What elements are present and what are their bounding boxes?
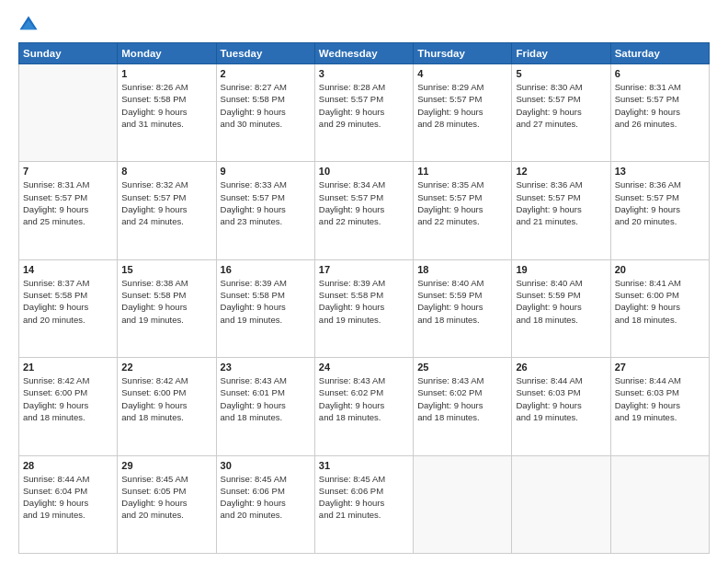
cell-info-line: and 18 minutes. [615,314,705,326]
day-number: 9 [221,166,311,177]
week-row-3: 21Sunrise: 8:42 AMSunset: 6:00 PMDayligh… [19,358,710,455]
calendar-cell: 11Sunrise: 8:35 AMSunset: 5:57 PMDayligh… [414,162,512,259]
calendar-cell: 29Sunrise: 8:45 AMSunset: 6:05 PMDayligh… [118,455,216,553]
cell-info-line: Sunrise: 8:34 AM [319,178,409,190]
day-header-thursday: Thursday [414,43,512,64]
header [18,15,710,35]
cell-info-line: Sunset: 5:57 PM [615,191,705,203]
cell-info-line: Daylight: 9 hours [417,301,507,313]
day-number: 3 [319,68,409,79]
cell-info-line: and 19 minutes. [221,314,311,326]
cell-info-line: Sunrise: 8:39 AM [221,277,311,289]
day-number: 22 [121,362,211,373]
cell-info-line: Sunset: 5:58 PM [221,289,311,301]
cell-info-line: Daylight: 9 hours [516,203,606,215]
cell-info-line: Sunrise: 8:31 AM [615,81,705,93]
day-number: 4 [417,68,507,79]
cell-info-line: Daylight: 9 hours [417,399,507,411]
cell-info-line: Sunset: 5:57 PM [23,191,113,203]
day-header-wednesday: Wednesday [314,43,413,64]
cell-info-line: Sunrise: 8:44 AM [516,374,606,386]
calendar-cell: 15Sunrise: 8:38 AMSunset: 5:58 PMDayligh… [118,259,216,357]
cell-info-line: Sunrise: 8:44 AM [23,473,113,485]
day-number: 15 [121,264,211,275]
cell-info-line: Sunset: 5:59 PM [417,289,507,301]
calendar-cell: 16Sunrise: 8:39 AMSunset: 5:58 PMDayligh… [216,259,314,357]
day-number: 8 [121,166,211,177]
cell-info-line: Sunrise: 8:43 AM [417,374,507,386]
cell-info-line: and 29 minutes. [319,118,409,130]
day-number: 27 [615,362,705,373]
cell-info-line: and 18 minutes. [516,314,606,326]
calendar-header-row: SundayMondayTuesdayWednesdayThursdayFrid… [19,43,710,64]
cell-info-line: Daylight: 9 hours [23,399,113,411]
cell-info-line: and 18 minutes. [23,411,113,423]
cell-info-line: Daylight: 9 hours [319,497,409,509]
cell-info-line: Daylight: 9 hours [221,497,311,509]
cell-info-line: Daylight: 9 hours [319,203,409,215]
cell-info-line: and 18 minutes. [121,411,211,423]
calendar-cell: 17Sunrise: 8:39 AMSunset: 5:58 PMDayligh… [314,259,413,357]
day-number: 1 [121,68,211,79]
cell-info-line: Daylight: 9 hours [121,203,211,215]
calendar-cell [512,455,610,553]
cell-info-line: Sunset: 5:57 PM [615,93,705,105]
cell-info-line: Sunrise: 8:44 AM [615,374,705,386]
cell-info-line: and 26 minutes. [615,118,705,130]
calendar-cell: 5Sunrise: 8:30 AMSunset: 5:57 PMDaylight… [512,64,610,162]
week-row-1: 7Sunrise: 8:31 AMSunset: 5:57 PMDaylight… [19,162,710,259]
cell-info-line: Sunset: 6:00 PM [23,386,113,398]
day-number: 12 [516,166,606,177]
cell-info-line: Daylight: 9 hours [121,497,211,509]
calendar-cell [610,455,709,553]
cell-info-line: Daylight: 9 hours [516,399,606,411]
cell-info-line: Daylight: 9 hours [121,301,211,313]
calendar-cell: 28Sunrise: 8:44 AMSunset: 6:04 PMDayligh… [19,455,118,553]
cell-info-line: Sunrise: 8:45 AM [319,473,409,485]
cell-info-line: Sunrise: 8:45 AM [221,473,311,485]
cell-info-line: and 27 minutes. [516,118,606,130]
cell-info-line: Sunrise: 8:38 AM [121,277,211,289]
cell-info-line: Sunset: 6:05 PM [121,485,211,497]
week-row-2: 14Sunrise: 8:37 AMSunset: 5:58 PMDayligh… [19,259,710,357]
cell-info-line: and 21 minutes. [319,509,409,521]
day-number: 16 [221,264,311,275]
cell-info-line: Sunset: 6:01 PM [221,386,311,398]
day-number: 25 [417,362,507,373]
cell-info-line: Daylight: 9 hours [615,301,705,313]
cell-info-line: Sunset: 5:57 PM [516,191,606,203]
day-number: 13 [615,166,705,177]
day-number: 23 [221,362,311,373]
cell-info-line: Sunset: 5:58 PM [121,93,211,105]
cell-info-line: Sunset: 5:57 PM [417,191,507,203]
cell-info-line: Daylight: 9 hours [121,399,211,411]
cell-info-line: Daylight: 9 hours [23,301,113,313]
cell-info-line: Daylight: 9 hours [417,203,507,215]
calendar-cell: 14Sunrise: 8:37 AMSunset: 5:58 PMDayligh… [19,259,118,357]
cell-info-line: Daylight: 9 hours [319,106,409,118]
cell-info-line: and 30 minutes. [221,118,311,130]
day-number: 7 [23,166,113,177]
calendar-cell: 6Sunrise: 8:31 AMSunset: 5:57 PMDaylight… [610,64,709,162]
calendar-cell: 30Sunrise: 8:45 AMSunset: 6:06 PMDayligh… [216,455,314,553]
calendar-cell: 26Sunrise: 8:44 AMSunset: 6:03 PMDayligh… [512,358,610,455]
calendar-cell: 4Sunrise: 8:29 AMSunset: 5:57 PMDaylight… [414,64,512,162]
page: SundayMondayTuesdayWednesdayThursdayFrid… [0,0,728,563]
cell-info-line: and 28 minutes. [417,118,507,130]
cell-info-line: Daylight: 9 hours [516,301,606,313]
cell-info-line: Daylight: 9 hours [319,399,409,411]
day-header-saturday: Saturday [610,43,709,64]
day-number: 19 [516,264,606,275]
day-number: 29 [121,460,211,471]
calendar-cell: 24Sunrise: 8:43 AMSunset: 6:02 PMDayligh… [314,358,413,455]
cell-info-line: and 20 minutes. [23,314,113,326]
cell-info-line: Sunrise: 8:28 AM [319,81,409,93]
cell-info-line: Sunrise: 8:29 AM [417,81,507,93]
cell-info-line: Daylight: 9 hours [615,203,705,215]
cell-info-line: Daylight: 9 hours [417,106,507,118]
week-row-0: 1Sunrise: 8:26 AMSunset: 5:58 PMDaylight… [19,64,710,162]
cell-info-line: Sunset: 5:57 PM [221,191,311,203]
week-row-4: 28Sunrise: 8:44 AMSunset: 6:04 PMDayligh… [19,455,710,553]
cell-info-line: and 20 minutes. [121,509,211,521]
calendar-cell: 20Sunrise: 8:41 AMSunset: 6:00 PMDayligh… [610,259,709,357]
